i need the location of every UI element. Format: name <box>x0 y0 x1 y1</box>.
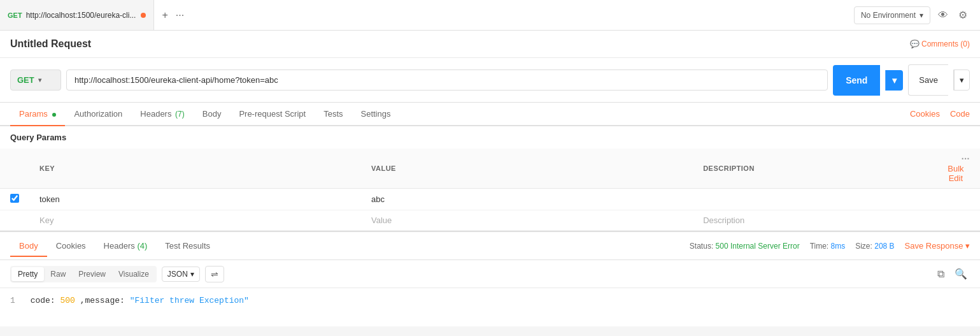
format-select-dropdown[interactable]: JSON ▾ <box>162 267 200 282</box>
row-value[interactable]: abc <box>361 189 693 210</box>
row-description[interactable] <box>693 189 932 210</box>
row-key[interactable]: token <box>29 189 361 210</box>
query-params-title: Query Params <box>0 126 980 149</box>
tab-settings[interactable]: Settings <box>352 103 400 126</box>
copy-button[interactable]: ⧉ <box>935 265 947 282</box>
line-number: 1 <box>10 296 15 305</box>
tab-url: http://localhost:1500/eureka-cli... <box>26 11 136 20</box>
method-selector[interactable]: GET ▾ <box>10 69 61 91</box>
response-tabs: Body Cookies Headers (4) Test Results <box>10 236 219 256</box>
key-placeholder: Key <box>39 215 53 225</box>
status-value: 500 Internal Server Error <box>716 242 800 251</box>
tabs-right-actions: Cookies Code <box>910 109 970 119</box>
tab-settings-label: Settings <box>361 109 391 119</box>
more-options-icon[interactable]: ··· <box>962 154 970 164</box>
send-dropdown-button[interactable]: ▾ <box>885 70 903 91</box>
time-value: 8ms <box>831 242 846 251</box>
size-value: 208 B <box>874 242 894 251</box>
environment-section: No Environment ▾ 👁 ⚙ <box>854 6 980 24</box>
format-select-label: JSON <box>167 270 188 279</box>
cookies-link[interactable]: Cookies <box>910 109 940 119</box>
col-actions: ··· Bulk Edit <box>932 149 980 189</box>
tab-params[interactable]: Params <box>10 103 65 126</box>
send-button[interactable]: Send <box>833 65 880 96</box>
more-tabs-button[interactable]: ··· <box>176 10 184 21</box>
format-tab-visualize[interactable]: Visualize <box>112 267 155 281</box>
code-key: code: <box>31 296 60 305</box>
request-tabs-bar: Params Authorization Headers (7) Body Pr… <box>0 103 980 126</box>
comments-label: Comments (0) <box>921 40 970 48</box>
tab-authorization[interactable]: Authorization <box>65 103 131 126</box>
request-title: Untitled Request <box>10 38 91 50</box>
save-response-dropdown-icon: ▾ <box>965 241 970 251</box>
environment-dropdown[interactable]: No Environment ▾ <box>854 6 930 24</box>
value-placeholder: Value <box>371 215 392 225</box>
wrap-icon: ⇌ <box>211 269 218 279</box>
tab-tests-label: Tests <box>323 109 343 119</box>
save-response-label: Save Response <box>905 241 963 251</box>
save-dropdown-button[interactable]: ▾ <box>953 69 970 91</box>
format-tab-pretty[interactable]: Pretty <box>11 267 44 281</box>
code-link[interactable]: Code <box>950 109 970 119</box>
comments-button[interactable]: 💬 Comments (0) <box>910 40 970 48</box>
size-label: Size: 208 B <box>855 242 894 251</box>
new-row-value[interactable]: Value <box>361 210 693 231</box>
new-row-description[interactable]: Description <box>693 210 932 231</box>
save-response-button[interactable]: Save Response ▾ <box>905 241 970 251</box>
method-chevron-icon: ▾ <box>38 77 41 84</box>
format-tab-preview[interactable]: Preview <box>72 267 112 281</box>
params-dot <box>52 113 56 117</box>
tab-actions: + ··· <box>154 10 192 21</box>
response-tab-test-results[interactable]: Test Results <box>156 236 219 257</box>
response-code-area: 1 code: 500 ,message: "Filter threw Exce… <box>0 288 980 326</box>
new-row-actions <box>932 210 980 231</box>
tab-prerequest[interactable]: Pre-request Script <box>230 103 315 126</box>
col-key: KEY <box>29 149 361 189</box>
request-header: Untitled Request 💬 Comments (0) <box>0 31 980 58</box>
headers-badge: (7) <box>175 110 185 119</box>
tab-tests[interactable]: Tests <box>315 103 352 126</box>
wrap-button[interactable]: ⇌ <box>205 266 224 282</box>
tab-headers-label: Headers <box>140 109 171 119</box>
row-checkbox[interactable] <box>10 194 19 203</box>
tab-headers[interactable]: Headers (7) <box>131 103 193 126</box>
tab-prerequest-label: Pre-request Script <box>239 109 306 119</box>
gear-icon: ⚙ <box>958 10 967 20</box>
save-dropdown-icon: ▾ <box>954 70 969 90</box>
bulk-edit-button[interactable]: Bulk Edit <box>942 164 970 183</box>
response-tab-body[interactable]: Body <box>10 236 47 257</box>
format-tabs: Pretty Raw Preview Visualize <box>10 266 157 282</box>
settings-icon-button[interactable]: ⚙ <box>956 6 970 24</box>
status-label: Status: 500 Internal Server Error <box>690 242 800 251</box>
row-checkbox-cell[interactable] <box>0 189 29 210</box>
table-row: token abc <box>0 189 980 210</box>
tab-body[interactable]: Body <box>194 103 231 126</box>
save-label: Save <box>909 70 948 90</box>
method-label: GET <box>17 75 34 85</box>
code-comma: ,message: <box>80 296 130 305</box>
tab-body-label: Body <box>202 109 222 119</box>
search-button[interactable]: 🔍 <box>952 265 970 282</box>
eye-icon: 👁 <box>938 10 948 20</box>
request-tab[interactable]: GET http://localhost:1500/eureka-cli... <box>0 0 154 30</box>
response-tab-headers-label: Headers <box>104 241 135 251</box>
save-button[interactable]: Save <box>908 64 948 96</box>
headers-response-badge: (4) <box>137 241 147 251</box>
new-row-key[interactable]: Key <box>29 210 361 231</box>
row-actions <box>932 189 980 210</box>
response-toolbar: Pretty Raw Preview Visualize JSON ▾ ⇌ ⧉ … <box>0 260 980 288</box>
tab-method: GET <box>8 11 22 19</box>
url-input[interactable] <box>66 69 828 91</box>
response-tab-headers[interactable]: Headers (4) <box>95 236 157 257</box>
send-dropdown-icon: ▾ <box>885 70 903 91</box>
response-tab-cookies[interactable]: Cookies <box>47 236 95 257</box>
add-tab-button[interactable]: + <box>162 10 167 21</box>
send-label: Send <box>833 70 880 91</box>
toolbar-right-actions: ⧉ 🔍 <box>935 265 970 282</box>
eye-icon-button[interactable]: 👁 <box>935 7 951 24</box>
copy-icon: ⧉ <box>937 268 944 279</box>
new-row-checkbox-cell <box>0 210 29 231</box>
format-tab-raw[interactable]: Raw <box>44 267 72 281</box>
response-tab-test-results-label: Test Results <box>165 241 210 251</box>
description-placeholder: Description <box>703 215 744 225</box>
